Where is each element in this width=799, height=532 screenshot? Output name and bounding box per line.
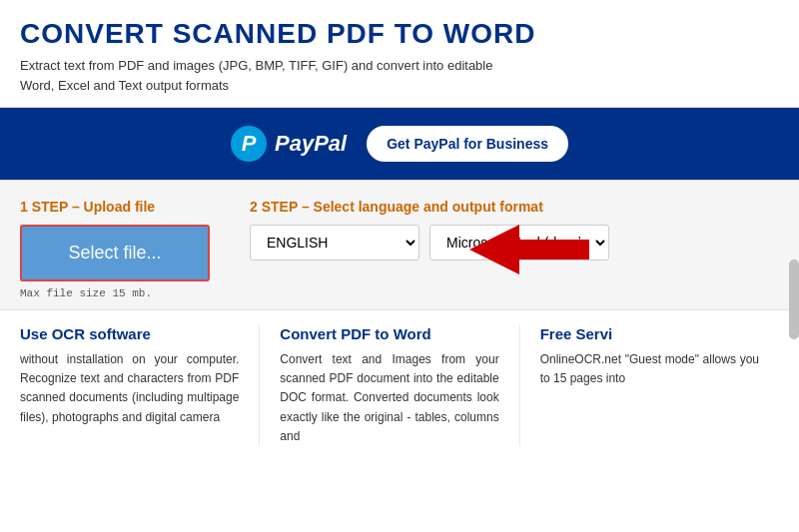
paypal-business-button[interactable]: Get PayPal for Business (367, 126, 568, 162)
ocr-text: without installation on your computer. R… (20, 350, 239, 427)
page-wrapper: CONVERT SCANNED PDF TO WORD Extract text… (0, 0, 799, 532)
free-service-text: OnlineOCR.net "Guest mode" allows you to… (540, 350, 759, 388)
paypal-banner: P PayPal Get PayPal for Business (0, 108, 799, 180)
select-file-button[interactable]: Select file... (20, 225, 210, 281)
subtitle-line1: Extract text from PDF and images (JPG, B… (20, 58, 492, 73)
steps-row: 1 STEP – Upload file Select file... Max … (0, 181, 799, 309)
dropdowns-row: ENGLISH FRENCH GERMAN SPANISH Microsoft (250, 225, 779, 261)
free-service-title: Free Servi (540, 325, 759, 342)
paypal-icon: P (231, 126, 267, 162)
header: CONVERT SCANNED PDF TO WORD Extract text… (0, 0, 799, 108)
svg-marker-0 (469, 225, 589, 274)
scrollbar[interactable] (789, 260, 799, 339)
step-two: 2 STEP – Select language and output form… (250, 199, 779, 261)
bottom-content: Use OCR software without installation on… (0, 309, 799, 461)
convert-title: Convert PDF to Word (280, 325, 498, 342)
convert-text: Convert text and Images from your scanne… (280, 350, 498, 446)
paypal-logo: P PayPal (231, 126, 347, 162)
convert-column: Convert PDF to Word Convert text and Ima… (280, 325, 519, 446)
ocr-column: Use OCR software without installation on… (20, 325, 260, 446)
step2-label: 2 STEP – Select language and output form… (250, 199, 779, 215)
page-title: CONVERT SCANNED PDF TO WORD (20, 18, 779, 50)
step-one: 1 STEP – Upload file Select file... Max … (20, 199, 220, 299)
red-arrow (469, 220, 589, 283)
max-file-text: Max file size 15 mb. (20, 287, 220, 299)
step1-label: 1 STEP – Upload file (20, 199, 220, 215)
ocr-title: Use OCR software (20, 325, 239, 342)
paypal-wordmark: PayPal (275, 131, 347, 157)
subtitle: Extract text from PDF and images (JPG, B… (20, 56, 779, 95)
free-service-column: Free Servi OnlineOCR.net "Guest mode" al… (540, 325, 779, 446)
steps-section: 1 STEP – Upload file Select file... Max … (0, 180, 799, 309)
language-select[interactable]: ENGLISH FRENCH GERMAN SPANISH (250, 225, 419, 261)
subtitle-line2: Word, Excel and Text output formats (20, 78, 229, 93)
